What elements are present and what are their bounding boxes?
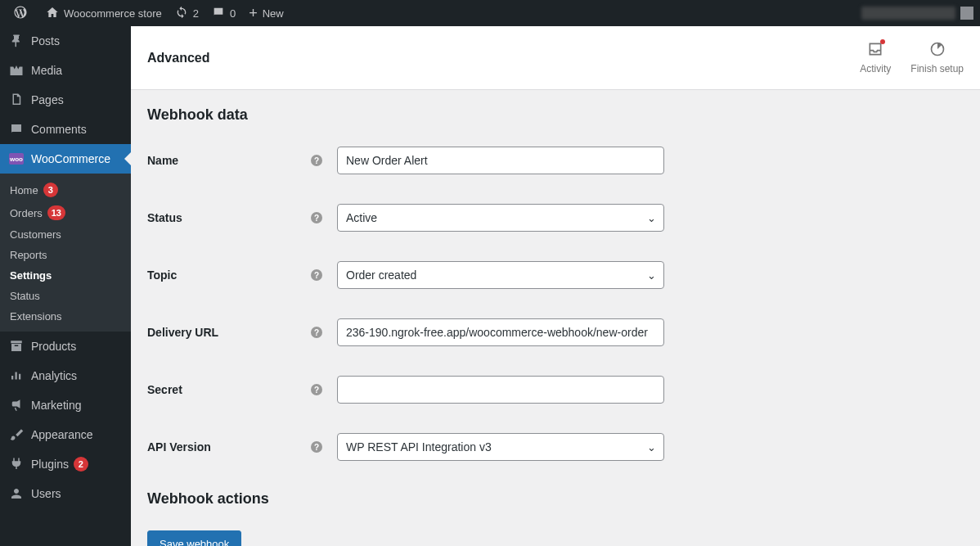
main-content: Advanced Activity Finish setup: [131, 26, 980, 546]
submenu-item-settings[interactable]: Settings: [0, 265, 131, 286]
api-version-label: API Version: [147, 440, 311, 453]
sidebar-item-media[interactable]: Media: [0, 56, 131, 85]
submenu-label: Orders: [10, 207, 43, 219]
sidebar-item-marketing[interactable]: Marketing: [0, 390, 131, 420]
comment-icon: [8, 121, 25, 138]
sidebar-label: Appearance: [31, 428, 93, 441]
site-name-text: Woocommerce store: [64, 7, 162, 20]
plug-icon: [8, 456, 25, 472]
badge: 3: [43, 183, 58, 197]
submenu-item-orders[interactable]: Orders 13: [0, 201, 131, 224]
admin-sidebar: Posts Media Pages Comments woo WooCommer…: [0, 26, 131, 546]
delivery-url-input[interactable]: [337, 318, 664, 346]
page-title: Advanced: [147, 51, 209, 65]
sidebar-item-products[interactable]: Products: [0, 332, 131, 361]
woocommerce-icon: woo: [8, 151, 25, 167]
sidebar-label: Plugins: [31, 458, 69, 471]
admin-bar-new[interactable]: + New: [242, 0, 290, 26]
updates-count: 2: [193, 7, 199, 20]
submenu-item-reports[interactable]: Reports: [0, 245, 131, 265]
sidebar-label: Comments: [31, 123, 87, 136]
submenu-label: Reports: [10, 249, 47, 261]
submenu-item-status[interactable]: Status: [0, 286, 131, 306]
topic-select[interactable]: Order created: [337, 261, 664, 289]
progress-icon: [929, 41, 946, 61]
submenu-item-home[interactable]: Home 3: [0, 178, 131, 201]
sidebar-item-posts[interactable]: Posts: [0, 26, 131, 56]
help-icon[interactable]: ?: [311, 327, 322, 338]
submenu-label: Extensions: [10, 310, 62, 323]
wordpress-icon: [13, 5, 28, 22]
name-input[interactable]: [337, 147, 664, 174]
field-row-status: Status ? Active ⌄: [147, 204, 964, 232]
avatar: [960, 7, 973, 20]
submenu-label: Home: [10, 184, 38, 196]
submenu-label: Status: [10, 290, 40, 302]
submenu-item-customers[interactable]: Customers: [0, 224, 131, 245]
webhook-actions-heading: Webhook actions: [147, 490, 964, 508]
field-row-name: Name ?: [147, 147, 964, 174]
save-webhook-button[interactable]: Save webhook: [147, 530, 241, 546]
user-name-blur: [861, 7, 955, 20]
activity-label: Activity: [860, 63, 891, 74]
home-icon: [46, 6, 59, 21]
user-icon: [8, 485, 25, 502]
sidebar-label: Pages: [31, 93, 64, 106]
page-header: Advanced Activity Finish setup: [131, 26, 980, 90]
sidebar-item-woocommerce[interactable]: woo WooCommerce: [0, 144, 131, 174]
sidebar-label: Marketing: [31, 399, 81, 412]
status-select[interactable]: Active: [337, 204, 664, 232]
update-icon: [175, 6, 188, 21]
submenu-label: Customers: [10, 228, 61, 241]
sidebar-label: Media: [31, 64, 62, 77]
sidebar-item-analytics[interactable]: Analytics: [0, 361, 131, 390]
brush-icon: [8, 426, 25, 443]
finish-setup-label: Finish setup: [910, 63, 964, 74]
sidebar-item-plugins[interactable]: Plugins 2: [0, 449, 131, 479]
badge: 13: [47, 205, 65, 220]
finish-setup-button[interactable]: Finish setup: [910, 41, 964, 74]
comments-count: 0: [230, 7, 236, 20]
help-icon[interactable]: ?: [311, 269, 322, 281]
field-row-topic: Topic ? Order created ⌄: [147, 261, 964, 289]
sidebar-label: Users: [31, 487, 61, 500]
sidebar-label: WooCommerce: [31, 152, 110, 165]
activity-button[interactable]: Activity: [860, 41, 891, 74]
header-actions: Activity Finish setup: [860, 41, 964, 74]
help-icon[interactable]: ?: [311, 212, 322, 223]
webhook-form: Webhook data Name ? Status ? Active ⌄ To…: [131, 90, 980, 546]
archive-icon: [8, 338, 25, 354]
name-label: Name: [147, 154, 311, 167]
media-icon: [8, 62, 25, 79]
new-label: New: [263, 7, 284, 20]
sidebar-label: Analytics: [31, 369, 77, 382]
pin-icon: [8, 33, 25, 49]
sidebar-item-appearance[interactable]: Appearance: [0, 420, 131, 449]
sidebar-item-users[interactable]: Users: [0, 479, 131, 508]
admin-bar-updates[interactable]: 2: [169, 0, 205, 26]
delivery-url-label: Delivery URL: [147, 326, 311, 339]
comment-icon: [212, 6, 225, 21]
help-icon[interactable]: ?: [311, 441, 322, 453]
sidebar-item-pages[interactable]: Pages: [0, 85, 131, 115]
plus-icon: +: [249, 6, 258, 20]
submenu-label: Settings: [10, 269, 52, 282]
api-version-select[interactable]: WP REST API Integration v3: [337, 433, 664, 461]
sidebar-label: Products: [31, 340, 76, 353]
field-row-delivery-url: Delivery URL ?: [147, 318, 964, 346]
woocommerce-submenu: Home 3 Orders 13 Customers Reports Setti…: [0, 174, 131, 332]
help-icon[interactable]: ?: [311, 155, 322, 166]
topic-label: Topic: [147, 268, 311, 282]
secret-label: Secret: [147, 383, 311, 396]
help-icon[interactable]: ?: [311, 384, 322, 395]
admin-bar-user[interactable]: [861, 7, 973, 20]
admin-bar-wp-logo[interactable]: [7, 0, 39, 26]
admin-bar-site-name[interactable]: Woocommerce store: [39, 0, 169, 26]
webhook-data-heading: Webhook data: [147, 106, 964, 124]
sidebar-item-comments[interactable]: Comments: [0, 115, 131, 144]
secret-input[interactable]: [337, 376, 664, 404]
admin-bar-comments[interactable]: 0: [205, 0, 242, 26]
badge: 2: [74, 457, 88, 472]
megaphone-icon: [8, 397, 25, 413]
submenu-item-extensions[interactable]: Extensions: [0, 306, 131, 327]
